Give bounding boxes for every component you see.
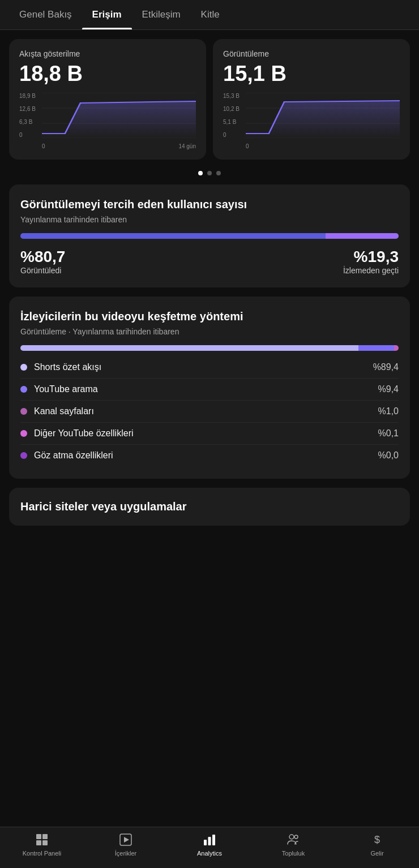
list-item: YouTube arama %9,4 — [20, 378, 399, 400]
nav-gelir[interactable]: $ Gelir — [335, 832, 419, 857]
discovery-bar-channel — [394, 345, 398, 351]
tab-erisim[interactable]: Erişim — [82, 0, 132, 29]
list-item: Kanal sayfaları %1,0 — [20, 400, 399, 422]
stat-watched-pct: %80,7 — [20, 248, 65, 266]
stat-skipped: %19,3 İzlemeden geçti — [343, 248, 399, 275]
list-item: Göz atma özellikleri %0,0 — [20, 444, 399, 466]
chart-y-labels-goruntuleme: 15,3 B 10,2 B 5,1 B 0 — [223, 93, 240, 138]
nav-topluluk[interactable]: Topluluk — [251, 832, 335, 857]
discovery-bar-shorts — [20, 345, 358, 351]
stat-skipped-pct: %19,3 — [343, 248, 399, 266]
chart-svg-goruntuleme — [246, 93, 400, 138]
discovery-title: İzleyicilerin bu videoyu keşfetme yöntem… — [20, 309, 399, 324]
viewing-stats-row: %80,7 Görüntüledi %19,3 İzlemeden geçti — [20, 248, 399, 275]
nav-icerikler[interactable]: İçerikler — [84, 832, 168, 857]
viewing-seg-watched — [20, 233, 326, 239]
dot-browse — [20, 452, 27, 459]
svg-rect-13 — [42, 840, 48, 845]
discovery-card: İzleyicilerin bu videoyu keşfetme yöntem… — [9, 297, 410, 479]
tab-bar: Genel Bakış Erişim Etkileşim Kitle — [0, 0, 419, 30]
metric-card-goruntuleme: Görüntüleme 15,1 B 15,3 B 10,2 B 5,1 B 0 — [213, 39, 410, 160]
discovery-bar-other — [398, 345, 399, 351]
bottom-navigation: Kontrol Paneli İçerikler Analytics — [0, 827, 419, 868]
stat-skipped-label: İzlemeden geçti — [343, 266, 399, 275]
dot-other — [20, 430, 27, 437]
viewing-progress-bar — [20, 233, 399, 239]
svg-rect-10 — [36, 834, 41, 839]
svg-marker-15 — [124, 837, 129, 843]
metric-value-goruntuleme: 15,1 B — [223, 62, 400, 86]
pct-search: %9,4 — [378, 384, 399, 394]
svg-point-19 — [289, 835, 294, 839]
label-shorts: Shorts özet akışı — [34, 362, 101, 372]
metric-cards-row: Akışta gösterilme 18,8 B 18,9 B 12,6 B 6… — [0, 30, 419, 164]
dot-search — [20, 386, 27, 393]
carousel-dots — [0, 164, 419, 184]
metric-label-goruntuleme: Görüntüleme — [223, 49, 400, 58]
play-icon — [118, 832, 134, 848]
metric-label-akista: Akışta gösterilme — [19, 49, 196, 58]
harici-title: Harici siteler veya uygulamalar — [20, 500, 399, 513]
label-channel: Kanal sayfaları — [34, 406, 94, 416]
svg-rect-17 — [208, 837, 211, 845]
dot-3[interactable] — [216, 171, 221, 175]
stat-watched-label: Görüntüledi — [20, 266, 65, 275]
label-other: Diğer YouTube özellikleri — [34, 428, 134, 439]
chart-goruntuleme: 15,3 B 10,2 B 5,1 B 0 — [223, 93, 400, 149]
chart-x-labels-goruntuleme: 0 — [246, 143, 400, 149]
svg-text:$: $ — [374, 834, 380, 845]
chart-x-labels-akista: 0 14 gün — [42, 143, 196, 149]
viewing-title: Görüntülemeyi tercih eden kullanıcı sayı… — [20, 197, 399, 212]
tab-kitle[interactable]: Kitle — [191, 0, 230, 29]
harici-card: Harici siteler veya uygulamalar — [9, 488, 410, 526]
metric-card-akista: Akışta gösterilme 18,8 B 18,9 B 12,6 B 6… — [9, 39, 206, 160]
chart-svg-akista — [42, 93, 196, 138]
nav-label-analytics: Analytics — [197, 850, 222, 857]
people-icon — [285, 832, 301, 848]
discovery-subtitle: Görüntüleme · Yayınlanma tarihinden itib… — [20, 327, 399, 336]
viewing-seg-skipped — [326, 233, 399, 239]
metric-value-akista: 18,8 B — [19, 62, 196, 86]
tab-genel-bakis[interactable]: Genel Bakış — [9, 0, 82, 29]
tab-etkilesim[interactable]: Etkileşim — [132, 0, 191, 29]
chart-akista: 18,9 B 12,6 B 6,3 B 0 — [19, 93, 196, 149]
dot-1[interactable] — [198, 171, 203, 175]
pct-browse: %0,0 — [378, 450, 399, 461]
stat-watched: %80,7 Görüntüledi — [20, 248, 65, 275]
nav-label-topluluk: Topluluk — [282, 850, 305, 857]
discovery-bar-search — [358, 345, 394, 351]
pct-other: %0,1 — [378, 428, 399, 439]
dot-shorts — [20, 364, 27, 371]
nav-label-gelir: Gelir — [370, 850, 383, 857]
svg-point-20 — [294, 835, 298, 839]
dot-channel — [20, 408, 27, 415]
label-search: YouTube arama — [34, 384, 98, 394]
list-item: Diğer YouTube özellikleri %0,1 — [20, 422, 399, 444]
grid-icon — [34, 832, 50, 848]
viewing-subtitle: Yayınlanma tarihinden itibaren — [20, 215, 399, 224]
label-browse: Göz atma özellikleri — [34, 450, 113, 461]
svg-rect-12 — [36, 840, 41, 845]
discovery-bar — [20, 345, 399, 351]
dollar-icon: $ — [369, 832, 385, 848]
nav-kontrol-paneli[interactable]: Kontrol Paneli — [0, 832, 84, 857]
viewing-preference-card: Görüntülemeyi tercih eden kullanıcı sayı… — [9, 184, 410, 287]
svg-rect-11 — [42, 834, 48, 839]
pct-channel: %1,0 — [378, 406, 399, 416]
nav-analytics[interactable]: Analytics — [168, 832, 251, 857]
list-item: Shorts özet akışı %89,4 — [20, 362, 399, 378]
dot-2[interactable] — [207, 171, 212, 175]
nav-label-icerikler: İçerikler — [115, 850, 137, 857]
discovery-list: Shorts özet akışı %89,4 YouTube arama %9… — [20, 362, 399, 466]
chart-y-labels-akista: 18,9 B 12,6 B 6,3 B 0 — [19, 93, 36, 138]
nav-label-kontrol: Kontrol Paneli — [23, 850, 62, 857]
svg-rect-18 — [212, 835, 215, 845]
svg-rect-16 — [204, 840, 207, 845]
bar-chart-icon — [202, 832, 217, 848]
pct-shorts: %89,4 — [373, 362, 399, 372]
